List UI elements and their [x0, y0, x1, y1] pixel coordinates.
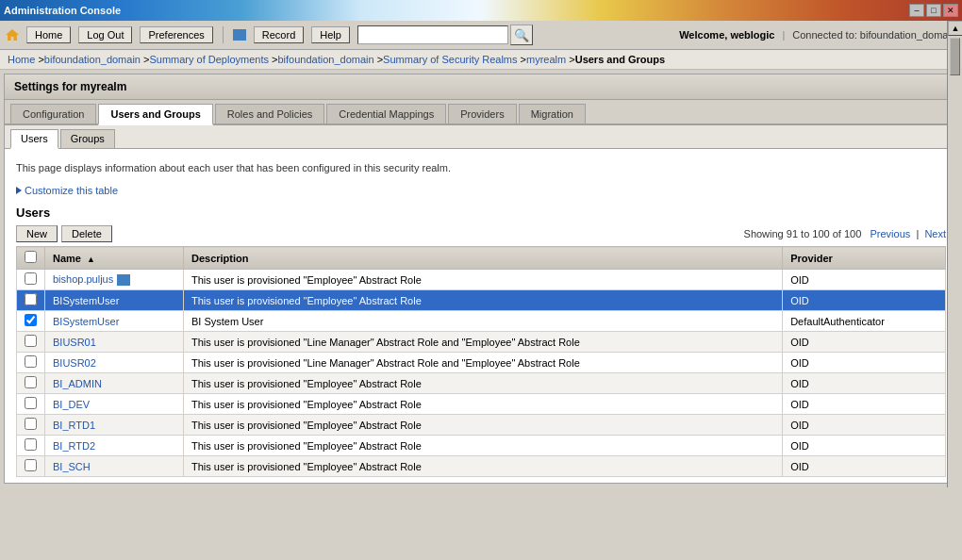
row-name-cell: BI_RTD2: [45, 436, 184, 456]
action-buttons: New Delete: [16, 225, 112, 242]
row-checkbox[interactable]: [25, 272, 37, 285]
row-description-cell: This user is provisioned "Employee" Abst…: [183, 415, 782, 436]
row-description-cell: This user is provisioned "Employee" Abst…: [183, 290, 782, 311]
table-row: BI_RTD2This user is provisioned "Employe…: [17, 436, 946, 456]
table-row: BI_RTD1This user is provisioned "Employe…: [17, 415, 946, 436]
title-bar: Administration Console – □ ✕: [0, 0, 962, 21]
scroll-up-button[interactable]: ▲: [948, 21, 962, 36]
breadcrumb-security-realms[interactable]: Summary of Security Realms: [383, 54, 517, 65]
row-name-cell: BIUSR01: [45, 332, 184, 353]
sort-icon-name: ▲: [87, 255, 95, 264]
row-checkbox-cell: [17, 373, 45, 394]
row-provider-cell: OID: [783, 415, 946, 436]
row-description-cell: This user is provisioned "Employee" Abst…: [183, 270, 782, 290]
user-link[interactable]: BISystemUser: [53, 316, 119, 327]
row-checkbox[interactable]: [25, 376, 37, 388]
help-button[interactable]: Help: [311, 26, 350, 43]
row-checkbox-cell: [17, 456, 45, 477]
record-button[interactable]: Record: [254, 26, 304, 43]
table-row: BI_SCHThis user is provisioned "Employee…: [17, 456, 946, 477]
row-checkbox-cell: [17, 436, 45, 456]
user-link[interactable]: BI_SCH: [53, 461, 91, 472]
user-link[interactable]: bishop.puljus: [53, 273, 113, 285]
row-checkbox[interactable]: [25, 355, 37, 368]
title-bar-text: Administration Console: [4, 5, 121, 16]
breadcrumb-current: Users and Groups: [575, 54, 665, 65]
col-header-description: Description: [183, 247, 782, 270]
col-header-provider: Provider: [783, 247, 946, 270]
new-button[interactable]: New: [16, 225, 58, 242]
table-row: BIUSR02This user is provisioned "Line Ma…: [17, 353, 946, 373]
sub-tab-users[interactable]: Users: [10, 129, 58, 149]
row-checkbox[interactable]: [25, 335, 37, 347]
preferences-button[interactable]: Preferences: [140, 26, 212, 43]
previous-link[interactable]: Previous: [870, 228, 910, 239]
row-description-cell: This user is provisioned "Line Manager" …: [183, 353, 782, 373]
user-link[interactable]: BIUSR02: [53, 357, 96, 369]
logout-button[interactable]: Log Out: [78, 26, 132, 43]
tab-migration[interactable]: Migration: [519, 104, 586, 124]
breadcrumb-home[interactable]: Home: [8, 54, 35, 65]
next-link[interactable]: Next: [924, 228, 946, 239]
settings-header: Settings for myrealm: [5, 74, 957, 100]
user-link[interactable]: BI_DEV: [53, 399, 90, 410]
user-link[interactable]: BI_RTD2: [53, 440, 95, 452]
user-link[interactable]: BI_RTD1: [53, 420, 95, 431]
paging-info: Showing 91 to 100 of 100 Previous | Next: [744, 228, 946, 239]
user-link[interactable]: BI_ADMIN: [53, 378, 102, 389]
customize-label: Customize this table: [25, 185, 118, 196]
row-checkbox[interactable]: [25, 459, 37, 471]
row-provider-cell: OID: [783, 290, 946, 311]
row-checkbox[interactable]: [25, 314, 37, 326]
breadcrumb-domain2[interactable]: bifoundation_domain: [277, 54, 373, 65]
col-header-checkbox: [17, 247, 45, 270]
customize-area: Customize this table: [5, 181, 957, 200]
row-name-cell: BI_SCH: [45, 456, 184, 477]
row-checkbox[interactable]: [25, 397, 37, 409]
row-description-cell: This user is provisioned "Employee" Abst…: [183, 436, 782, 456]
customize-link[interactable]: Customize this table: [16, 185, 946, 196]
tab-bar: Configuration Users and Groups Roles and…: [5, 100, 957, 125]
table-row: BISystemUserBI System UserDefaultAuthent…: [17, 311, 946, 332]
row-checkbox[interactable]: [25, 438, 37, 451]
tab-configuration[interactable]: Configuration: [10, 104, 96, 124]
search-input[interactable]: [357, 25, 508, 44]
row-provider-cell: OID: [783, 373, 946, 394]
table-row: bishop.puljusThis user is provisioned "E…: [17, 270, 946, 290]
home-button[interactable]: Home: [26, 26, 71, 43]
row-checkbox[interactable]: [25, 293, 37, 305]
expand-icon: [16, 187, 22, 194]
record-icon: [233, 29, 246, 41]
row-provider-cell: OID: [783, 456, 946, 477]
breadcrumb-myrealm[interactable]: myrealm: [526, 54, 566, 65]
search-area: 🔍: [357, 25, 533, 45]
row-checkbox-cell: [17, 270, 45, 290]
page-description: This page displays information about eac…: [5, 149, 957, 181]
row-provider-cell: OID: [783, 436, 946, 456]
row-description-cell: This user is provisioned "Employee" Abst…: [183, 456, 782, 477]
tab-users-groups[interactable]: Users and Groups: [98, 104, 212, 125]
maximize-button[interactable]: □: [926, 4, 941, 17]
select-all-checkbox[interactable]: [25, 251, 37, 263]
scrollbar[interactable]: ▲ ▼: [947, 21, 962, 487]
row-checkbox-cell: [17, 332, 45, 353]
row-checkbox[interactable]: [25, 418, 37, 430]
user-link[interactable]: BIUSR01: [53, 337, 96, 348]
tab-credential-mappings[interactable]: Credential Mappings: [326, 104, 446, 124]
connected-text: Connected to: bifoundation_domain: [792, 29, 956, 41]
tab-roles-policies[interactable]: Roles and Policies: [215, 104, 325, 124]
breadcrumb-domain1[interactable]: bifoundation_domain: [44, 54, 141, 65]
minimize-button[interactable]: –: [909, 4, 924, 17]
close-button[interactable]: ✕: [943, 4, 958, 17]
search-button[interactable]: 🔍: [510, 25, 533, 45]
user-link[interactable]: BISystemUser: [53, 295, 119, 306]
table-row: BI_DEVThis user is provisioned "Employee…: [17, 394, 946, 415]
col-header-name[interactable]: Name ▲: [45, 247, 184, 270]
row-checkbox-cell: [17, 290, 45, 311]
sub-tab-groups[interactable]: Groups: [60, 129, 115, 148]
scroll-thumb[interactable]: [950, 38, 960, 75]
paging-text: Showing 91 to 100 of 100: [744, 228, 862, 239]
delete-button[interactable]: Delete: [61, 225, 112, 242]
breadcrumb-deployments[interactable]: Summary of Deployments: [149, 54, 269, 65]
tab-providers[interactable]: Providers: [448, 104, 516, 124]
